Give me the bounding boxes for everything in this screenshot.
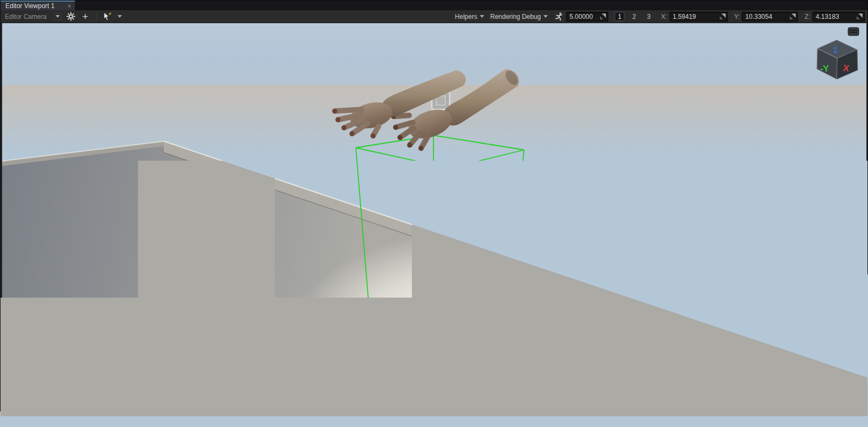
coord-y-field[interactable] [742,12,798,22]
scrub-icon[interactable] [789,13,796,20]
select-tool-dropdown[interactable] [116,11,123,22]
chevron-down-icon [543,15,548,18]
coord-y-input[interactable] [742,13,789,20]
viewport-menu-widget[interactable] [848,27,859,36]
camera-selector[interactable]: Editor Camera [3,12,61,22]
viewport-3d[interactable]: Z -Y X [1,23,868,416]
select-cursor-icon [102,12,112,21]
viewport-toolbar: Editor Camera + [1,10,867,23]
toolbar-separator [96,12,97,21]
tab-title: Editor Viewport 1 [1,2,64,10]
settings-button[interactable] [65,11,76,22]
editor-window: Editor Viewport 1 × Editor Camera [0,0,868,427]
coord-z-label: Z: [804,13,810,20]
helpers-label: Helpers [455,13,477,20]
plus-icon: + [82,12,88,22]
coord-x-label: X: [661,13,667,20]
gizmo-xz-plane-handle[interactable] [458,236,468,246]
gear-icon [66,12,75,21]
camera-dropdown-button[interactable] [54,13,61,20]
status-bar [1,416,867,427]
viewport-border [1,23,2,416]
speed-preset-3[interactable]: 3 [644,12,653,21]
axis-orientation-cube[interactable]: Z -Y X [817,40,858,79]
chevron-down-icon [56,15,60,18]
chevron-down-icon [118,15,122,18]
chevron-down-icon [480,15,484,18]
coord-z-input[interactable] [813,13,856,20]
coord-z-field[interactable] [812,12,865,22]
coord-x-input[interactable] [670,13,719,20]
scene-overlay: Z -Y X [1,23,868,416]
speed-preset-1[interactable]: 1 [615,12,624,21]
camera-speed-input[interactable] [567,13,600,20]
helpers-menu-button[interactable]: Helpers [455,13,484,20]
gizmo-yz-plane-handle[interactable] [456,219,464,229]
gizmo-xy-plane-handle[interactable] [476,256,486,263]
coord-y-label: Y: [734,13,740,20]
scrub-icon[interactable] [600,13,607,20]
rendering-debug-menu-button[interactable]: Rendering Debug [490,13,548,20]
gizmo-origin[interactable] [433,254,444,265]
camera-selector-label: Editor Camera [3,13,52,20]
rendering-debug-label: Rendering Debug [490,13,541,20]
speed-presets: 1 2 3 [615,12,653,21]
axis-cube-y-label: -Y [819,63,830,74]
coord-x-field[interactable] [670,12,728,22]
gizmo-x-axis[interactable] [441,263,483,280]
camera-speed-button[interactable] [554,11,564,22]
speed-preset-2[interactable]: 2 [629,12,639,21]
add-button[interactable]: + [80,11,91,22]
close-icon[interactable]: × [64,3,75,9]
runner-icon [555,12,564,21]
platform-edge [1,141,868,390]
tab-editor-viewport[interactable]: Editor Viewport 1 × [1,1,75,10]
camera-speed-field[interactable] [566,12,608,22]
select-tool-button[interactable] [102,11,113,22]
scrub-icon[interactable] [856,13,863,20]
scrub-icon[interactable] [719,13,726,20]
tab-bar: Editor Viewport 1 × [1,1,867,10]
